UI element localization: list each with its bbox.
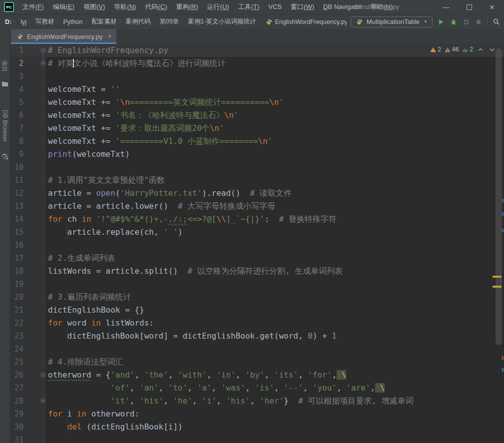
line-number[interactable]: 29 — [10, 408, 23, 421]
line-number[interactable]: 11 — [10, 174, 23, 187]
code-line[interactable]: 19 — [10, 278, 504, 291]
line-number[interactable]: 18 — [10, 265, 23, 278]
code-line[interactable]: 7welcomeTxt += '要求：取出最高词频20个\n' — [10, 122, 504, 135]
code-line[interactable]: 26otherword = {'and', 'the', 'with', 'in… — [10, 369, 504, 382]
search-icon[interactable] — [492, 18, 500, 26]
line-number[interactable]: 17 — [10, 252, 23, 265]
breadcrumb-item[interactable]: 第05章 — [159, 17, 179, 26]
next-issue-button[interactable] — [488, 45, 496, 53]
code-line[interactable]: 4welcomeTxt = '' — [10, 83, 504, 96]
menu-item[interactable]: 导航(N) — [109, 0, 140, 14]
line-number[interactable]: 9 — [10, 148, 23, 161]
breadcrumb-item[interactable]: D: — [5, 18, 11, 25]
code-line[interactable]: 14for ch in '!"@#$%^&*()+,-./:;<=>?@[\\]… — [10, 213, 504, 226]
debug-icon[interactable] — [450, 18, 458, 26]
tab-englishwordfrequency[interactable]: EnglishWordFrequency.py × — [11, 29, 116, 44]
minimize-button[interactable]: — — [442, 0, 450, 14]
breadcrumb-item[interactable]: 写教材 — [35, 17, 54, 26]
menu-item[interactable]: 重构(R) — [172, 0, 203, 14]
menu-item[interactable]: 代码(C) — [140, 0, 171, 14]
menu-item[interactable]: VCS — [264, 0, 286, 14]
code-line[interactable]: 27 'of', 'an', 'to', 'a', 'was', 'is', '… — [10, 382, 504, 395]
run-configuration-select[interactable]: MultiplicationTable ▼ — [351, 16, 433, 27]
line-number[interactable]: 16 — [10, 239, 23, 252]
fold-marker[interactable] — [41, 61, 45, 65]
code-line[interactable]: 13article = article.lower() # 大写字母转换成小写字… — [10, 200, 504, 213]
menu-item[interactable]: 运行(U) — [203, 0, 234, 14]
code-line[interactable]: 10 — [10, 161, 504, 174]
line-number[interactable]: 8 — [10, 135, 23, 148]
code-line[interactable]: 8welcomeTxt += '=========V1.0 小蓝制作======… — [10, 135, 504, 148]
breadcrumb-item[interactable]: Python — [63, 18, 83, 25]
line-number[interactable]: 3 — [10, 70, 23, 83]
typo-count[interactable]: 2 — [462, 46, 473, 53]
line-number[interactable]: 15 — [10, 226, 23, 239]
prev-issue-button[interactable] — [477, 45, 485, 53]
line-number[interactable]: 14 — [10, 213, 23, 226]
run-icon[interactable] — [437, 18, 445, 26]
fold-marker[interactable] — [41, 399, 45, 403]
menu-item[interactable]: 编辑(E) — [48, 0, 79, 14]
inspections-widget[interactable]: 2 46 2 — [430, 45, 496, 53]
code-line[interactable]: 16 — [10, 239, 504, 252]
code-line[interactable]: 28 'it', 'his', 'he', 'i', 'his', 'her'}… — [10, 395, 504, 408]
line-number[interactable]: 13 — [10, 200, 23, 213]
code-line[interactable]: 21dictEnglishBook = {} — [10, 304, 504, 317]
menu-item[interactable]: 视图(V) — [79, 0, 109, 14]
warning-stripe-mark[interactable] — [493, 276, 502, 278]
code-line[interactable]: 11# 1.调用"英文文章预处理"函数 — [10, 174, 504, 187]
db-search-icon[interactable] — [1, 153, 8, 160]
scrollbar-thumb[interactable] — [496, 48, 502, 345]
code-line[interactable]: 5welcomeTxt += '\n=========英文词频统计=======… — [10, 96, 504, 109]
menu-item[interactable]: 文件(F) — [18, 0, 48, 14]
close-icon[interactable]: × — [108, 33, 111, 40]
breadcrumb-item[interactable]: 案例1-英文小说词频统计 — [188, 17, 256, 26]
line-number[interactable]: 25 — [10, 356, 23, 369]
code-line[interactable]: 6welcomeTxt += '书名：《哈利波特与魔法石》\n' — [10, 109, 504, 122]
line-number[interactable]: 19 — [10, 278, 23, 291]
line-number[interactable]: 20 — [10, 291, 23, 304]
line-number[interactable]: 7 — [10, 122, 23, 135]
sidebar-item-db-browser[interactable]: DB Browser — [1, 110, 8, 142]
code-line[interactable]: 18listWords = article.split() # 以空格为分隔符进… — [10, 265, 504, 278]
weak-warning-count[interactable]: 46 — [445, 46, 459, 53]
line-number[interactable]: 26 — [10, 369, 23, 382]
code-line[interactable]: 25# 4.排除语法型词汇 — [10, 356, 504, 369]
code-line[interactable]: 29for i in otherword: — [10, 408, 504, 421]
fold-marker[interactable] — [41, 48, 45, 52]
breadcrumb-item[interactable]: EnglishWordFrequency.py — [265, 18, 346, 26]
code-line[interactable]: 2# 对英文小说《哈利波特与魔法石》进行词频统计 — [10, 57, 504, 70]
sidebar-item-project[interactable]: 项目 — [0, 60, 8, 72]
code-line[interactable]: 24 — [10, 343, 504, 356]
code-line[interactable]: 9print(welcomeTxt) — [10, 148, 504, 161]
code-line[interactable]: 20# 3.遍历列表词频统计 — [10, 291, 504, 304]
line-number[interactable]: 31 — [10, 434, 23, 443]
menu-item[interactable]: 工具(T) — [234, 0, 264, 14]
code-editor[interactable]: 1# EnglishWordFrequency.py2# 对英文小说《哈利波特与… — [10, 44, 504, 443]
line-number[interactable]: 4 — [10, 83, 23, 96]
line-number[interactable]: 27 — [10, 382, 23, 395]
code-line[interactable]: 17# 2.生成单词列表 — [10, 252, 504, 265]
maximize-button[interactable] — [465, 0, 473, 14]
breadcrumb-item[interactable]: lyj — [20, 18, 26, 25]
close-button[interactable]: ✕ — [488, 0, 496, 14]
warning-count[interactable]: 2 — [430, 46, 441, 53]
code-line[interactable]: 30 del (dictEnglishBook[i]) — [10, 421, 504, 434]
line-number[interactable]: 23 — [10, 330, 23, 343]
line-number[interactable]: 5 — [10, 96, 23, 109]
code-line[interactable]: 22for word in listWords: — [10, 317, 504, 330]
folder-icon[interactable] — [1, 80, 8, 87]
line-number[interactable]: 24 — [10, 343, 23, 356]
line-number[interactable]: 30 — [10, 421, 23, 434]
code-line[interactable]: 12article = open('HarryPotter.txt').read… — [10, 187, 504, 200]
line-number[interactable]: 1 — [10, 44, 23, 57]
line-number[interactable]: 22 — [10, 317, 23, 330]
breadcrumb-item[interactable]: 配套素材 — [91, 17, 116, 26]
line-number[interactable]: 12 — [10, 187, 23, 200]
code-line[interactable]: 15 article.replace(ch, ' ') — [10, 226, 504, 239]
line-number[interactable]: 28 — [10, 395, 23, 408]
menu-item[interactable]: 窗口(W) — [286, 0, 319, 14]
line-number[interactable]: 2 — [10, 57, 23, 70]
code-line[interactable]: 23 dictEnglishBook[word] = dictEnglishBo… — [10, 330, 504, 343]
line-number[interactable]: 21 — [10, 304, 23, 317]
